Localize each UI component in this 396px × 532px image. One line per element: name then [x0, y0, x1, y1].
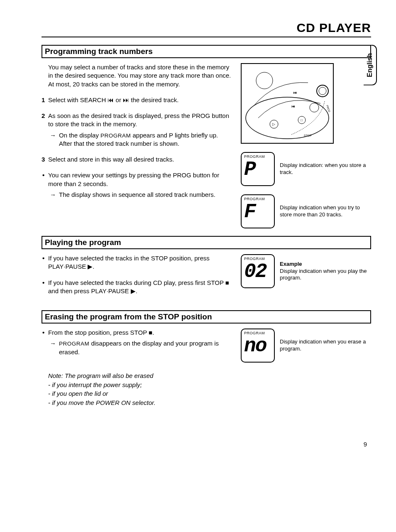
lcd-02-caption-text: Display indication when you play the pro…	[280, 268, 367, 281]
lcd-no-value: no	[244, 336, 271, 356]
p-letter: P	[169, 132, 173, 139]
play-icon-2: ▶	[131, 287, 136, 294]
prev-icon: ⏮	[108, 96, 114, 103]
section-heading-erasing: Erasing the program from the STOP positi…	[42, 310, 371, 324]
page-number: 9	[42, 441, 371, 448]
step-2: As soon as the desired track is displaye…	[42, 112, 232, 148]
lcd-02: PROGRAM 02	[241, 254, 275, 288]
program-word: PROGRAM	[100, 132, 131, 139]
device-svg: ⏭ ⏮ ▷ □ STOP PROG	[242, 64, 333, 143]
svg-text:□: □	[301, 118, 303, 122]
svg-text:⏮: ⏮	[291, 104, 295, 108]
step1-text-a: Select with SEARCH	[48, 96, 108, 103]
lcd-p-caption: Display indication: when you store a tra…	[280, 162, 371, 176]
playing-b1-b: .	[93, 263, 94, 270]
lcd-p: PROGRAM P	[241, 152, 275, 186]
program-word-2: PROGRAM	[59, 341, 89, 347]
display-row-f: PROGRAM F Display indication when you tr…	[241, 194, 371, 228]
language-tab: English	[364, 45, 377, 86]
note-block: Note: The program will also be erased - …	[42, 371, 232, 407]
note-line-3: - if you move the POWER ON selector.	[48, 398, 232, 407]
lcd-f-value: F	[244, 202, 271, 222]
programming-intro: You may select a number of tracks and st…	[48, 63, 232, 88]
review-bullet: You can review your settings by pressing…	[42, 171, 232, 199]
erasing-b1-a: From the stop position, press STOP	[48, 329, 149, 336]
page-title: CD PLAYER	[42, 21, 371, 35]
step-3: Select and store in this way all desired…	[42, 155, 232, 164]
playing-bullet-1: If you have selected the tracks in the S…	[42, 254, 232, 271]
stop-icon-2: ■	[149, 329, 152, 336]
lcd-f-caption: Display indication when you try to store…	[280, 204, 371, 218]
svg-point-4	[310, 103, 319, 112]
play-icon: ▶	[88, 263, 93, 270]
display-row-02: PROGRAM 02 Example Display indication wh…	[241, 254, 371, 288]
playing-b2-a: If you have selected the tracks during C…	[48, 279, 225, 286]
step2-result-b: appears and	[131, 132, 169, 139]
section-heading-playing: Playing the program	[42, 236, 371, 249]
note-line-2: - if you open the lid or	[48, 389, 232, 398]
step1-text-b: or	[114, 96, 123, 103]
section-heading-programming: Programming track numbers	[42, 45, 371, 58]
svg-point-1	[256, 72, 273, 89]
playing-b1-a: If you have selected the tracks in the S…	[48, 255, 210, 270]
step-1: Select with SEARCH ⏮ or ⏭ the desired tr…	[42, 96, 232, 104]
horizontal-rule	[42, 37, 371, 37]
note-line-1: - if you interrupt the power supply;	[48, 380, 232, 390]
next-icon: ⏭	[123, 96, 129, 103]
review-text: You can review your settings by pressing…	[48, 172, 219, 187]
playing-bullet-2: If you have selected the tracks during C…	[42, 279, 232, 296]
svg-text:STOP: STOP	[304, 134, 312, 137]
step2-result-a: On the display	[59, 132, 100, 139]
playing-b2-c: .	[136, 287, 137, 294]
lcd-02-value: 02	[244, 262, 271, 282]
review-result: The display shows in sequence all stored…	[48, 191, 232, 199]
step2-result: On the display PROGRAM appears and P lig…	[48, 131, 232, 148]
display-row-no: PROGRAM no Display indication when you e…	[241, 329, 371, 363]
svg-text:▷: ▷	[272, 122, 275, 126]
step1-text-c: the desired track.	[129, 96, 178, 103]
display-row-p: PROGRAM P Display indication: when you s…	[241, 152, 371, 186]
svg-text:⏭: ⏭	[293, 91, 297, 95]
svg-point-3	[319, 87, 326, 95]
lcd-02-caption: Example Display indication when you play…	[280, 261, 371, 282]
erasing-bullet-1: From the stop position, press STOP ■. PR…	[42, 329, 232, 356]
lcd-p-value: P	[244, 159, 271, 179]
lcd-02-caption-bold: Example	[280, 261, 302, 267]
stop-icon: ■	[225, 279, 229, 286]
erasing-b1-b: .	[152, 329, 154, 336]
svg-point-2	[317, 85, 328, 97]
playing-b2-b: and then press PLAY·PAUSE	[48, 287, 131, 294]
step2-text: As soon as the desired track is displaye…	[48, 112, 229, 127]
device-diagram: ⏭ ⏮ ▷ □ STOP PROG	[241, 63, 334, 144]
lcd-no: PROGRAM no	[241, 329, 275, 363]
erasing-result: PROGRAM disappears on the display and yo…	[48, 339, 232, 356]
lcd-f: PROGRAM F	[241, 194, 275, 228]
note-title: Note: The program will also be erased	[48, 371, 232, 380]
lcd-no-caption: Display indication when you erase a prog…	[280, 338, 371, 353]
